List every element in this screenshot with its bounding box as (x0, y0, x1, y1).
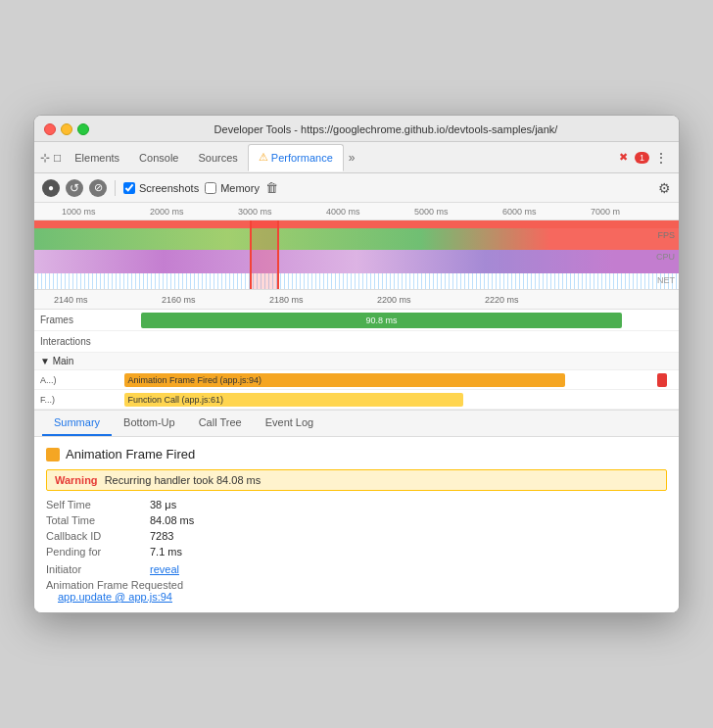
toolbar: ● ↺ ⊘ Screenshots Memory 🗑 ⚙ (34, 173, 679, 203)
pending-for-key: Pending for (46, 546, 144, 558)
callback-id-row: Callback ID 7283 (46, 530, 667, 542)
fps-track: FPS (34, 228, 679, 250)
memory-checkbox[interactable] (205, 182, 216, 194)
main-section-header: ▼ Main (34, 353, 679, 370)
initiator-link[interactable]: reveal (150, 563, 179, 575)
detail-ruler-label-2200: 2200 ms (377, 295, 411, 305)
record-button[interactable]: ● (42, 179, 60, 197)
initiator-key: Initiator (46, 563, 144, 575)
detail-ruler-label-2220: 2220 ms (485, 295, 519, 305)
title-bar: Developer Tools - https://googlechrome.g… (34, 116, 679, 142)
ruler-label-2000: 2000 ms (150, 207, 184, 217)
tab-bottom-up[interactable]: Bottom-Up (112, 411, 187, 436)
self-time-key: Self Time (46, 499, 144, 510)
interactions-content (113, 331, 679, 352)
overview-timeline: 1000 ms 2000 ms 3000 ms 4000 ms 5000 ms … (34, 203, 679, 290)
task-bar-col-1: Function Call (app.js:61) (113, 390, 679, 409)
refresh-button[interactable]: ↺ (66, 179, 83, 197)
warning-label: Warning (55, 474, 98, 486)
interactions-row: Interactions (34, 331, 679, 353)
callback-id-key: Callback ID (46, 530, 144, 542)
warning-icon: ⚠ (259, 151, 268, 164)
frames-bar: 90.8 ms (141, 313, 622, 328)
ruler-label-5000: 5000 ms (414, 207, 449, 217)
tab-sources[interactable]: Sources (188, 144, 247, 171)
net-label: NET (657, 275, 675, 285)
memory-checkbox-group[interactable]: Memory (205, 182, 260, 194)
error-badge: ✖ 1 (619, 151, 649, 164)
block-button[interactable]: ⊘ (89, 179, 107, 197)
ruler-label-3000: 3000 ms (238, 207, 272, 217)
detail-ruler-label-2180: 2180 ms (269, 295, 304, 305)
table-row[interactable]: A...) Animation Frame Fired (app.js:94) (34, 370, 679, 390)
stack-link-row: app.update @ app.js:94 (46, 591, 667, 603)
frames-content: 90.8 ms (113, 310, 679, 330)
ruler-label-4000: 4000 ms (326, 207, 360, 217)
clear-button[interactable]: 🗑 (265, 180, 278, 195)
self-time-val: 38 μs (150, 499, 176, 510)
function-call-bar[interactable]: Function Call (app.js:61) (124, 393, 464, 407)
close-button[interactable] (44, 123, 56, 135)
fps-red-bar (34, 220, 679, 228)
summary-panel: Animation Frame Fired Warning Recurring … (34, 437, 679, 612)
traffic-lights (44, 123, 89, 135)
overview-tracks[interactable]: FPS CPU NET (34, 220, 679, 289)
frames-row: Frames 90.8 ms (34, 310, 679, 331)
screenshots-checkbox-group[interactable]: Screenshots (123, 182, 199, 194)
task-bar-col-0: Animation Frame Fired (app.js:94) (113, 370, 679, 389)
tab-summary[interactable]: Summary (42, 411, 112, 436)
interactions-label: Interactions (34, 336, 113, 347)
devtools-window: Developer Tools - https://googlechrome.g… (33, 115, 680, 613)
overview-ruler: 1000 ms 2000 ms 3000 ms 4000 ms 5000 ms … (34, 203, 679, 220)
callback-id-val: 7283 (150, 530, 173, 542)
animation-frame-bar[interactable]: Animation Frame Fired (app.js:94) (124, 373, 566, 387)
pointer-icon[interactable]: ⊹ (40, 151, 50, 165)
minimize-button[interactable] (61, 123, 72, 135)
tab-elements[interactable]: Elements (65, 144, 129, 171)
settings-button[interactable]: ⚙ (658, 180, 671, 196)
total-time-val: 84.08 ms (150, 514, 194, 526)
stack-link[interactable]: app.update @ app.js:94 (58, 591, 172, 603)
total-time-key: Total Time (46, 514, 144, 526)
event-title: Animation Frame Fired (66, 447, 195, 461)
warning-text: Recurring handler took 84.08 ms (105, 474, 261, 486)
summary-title-row: Animation Frame Fired (46, 447, 667, 461)
mobile-icon[interactable]: □ (54, 151, 61, 165)
pending-for-row: Pending for 7.1 ms (46, 546, 667, 558)
net-track: NET (34, 273, 679, 289)
ruler-label-1000: 1000 ms (62, 207, 96, 217)
task-rows: A...) Animation Frame Fired (app.js:94) … (34, 370, 679, 410)
detail-timeline: 2140 ms 2160 ms 2180 ms 2200 ms 2220 ms … (34, 290, 679, 411)
event-color-square (46, 448, 60, 461)
tab-console[interactable]: Console (129, 144, 188, 171)
detail-ruler-label-2140: 2140 ms (54, 295, 88, 305)
detail-ruler-label-2160: 2160 ms (162, 295, 196, 305)
table-row[interactable]: F...) Function Call (app.js:61) (34, 390, 679, 410)
tab-bar: ⊹ □ Elements Console Sources ⚠ Performan… (34, 142, 679, 173)
maximize-button[interactable] (77, 123, 89, 135)
toolbar-divider-1 (115, 180, 116, 196)
main-label: ▼ Main (40, 356, 73, 366)
self-time-row: Self Time 38 μs (46, 499, 667, 510)
cpu-track: CPU (34, 250, 679, 273)
screenshots-checkbox[interactable] (123, 182, 135, 194)
window-title: Developer Tools - https://googlechrome.g… (103, 123, 669, 135)
tab-event-log[interactable]: Event Log (254, 411, 326, 436)
cpu-label: CPU (656, 252, 675, 262)
ruler-label-6000: 6000 ms (502, 207, 537, 217)
warning-row: Warning Recurring handler took 84.08 ms (46, 469, 667, 491)
panel-tabs: Summary Bottom-Up Call Tree Event Log (34, 411, 679, 437)
pending-for-val: 7.1 ms (150, 546, 182, 558)
initiator-row: Initiator reveal (46, 563, 667, 575)
tab-more[interactable]: » (344, 149, 360, 167)
total-time-row: Total Time 84.08 ms (46, 514, 667, 526)
fps-label: FPS (657, 230, 675, 240)
tab-call-tree[interactable]: Call Tree (187, 411, 254, 436)
more-menu-button[interactable]: ⋮ (649, 148, 673, 168)
bar-end-marker-0 (657, 373, 667, 387)
frame-requested-row: Animation Frame Requested (46, 579, 667, 591)
ruler-label-7000: 7000 m (591, 207, 620, 217)
timeline-selection[interactable] (250, 220, 279, 289)
task-name-0: A...) (34, 375, 113, 385)
tab-performance[interactable]: ⚠ Performance (248, 144, 344, 171)
